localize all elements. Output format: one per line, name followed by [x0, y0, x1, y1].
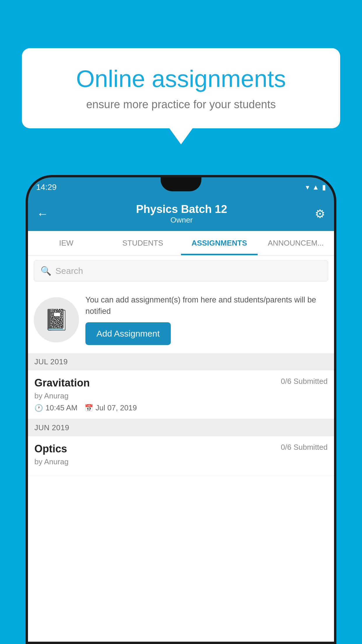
- search-bar[interactable]: 🔍 Search: [34, 260, 328, 281]
- tab-students[interactable]: STUDENTS: [105, 231, 181, 255]
- clock-icon: 🕐: [34, 404, 43, 412]
- assignment-name: Gravitation: [34, 377, 90, 389]
- speech-bubble-subtitle: ensure more practice for your students: [42, 98, 320, 111]
- batch-subtitle: Owner: [48, 216, 315, 225]
- status-icons: ▾ ▲ ▮: [306, 183, 326, 191]
- assignment-icon-circle: 📓: [34, 297, 79, 342]
- assignment-item-gravitation[interactable]: Gravitation 0/6 Submitted by Anurag 🕐 10…: [28, 370, 334, 419]
- status-time: 14:29: [36, 183, 57, 192]
- wifi-icon: ▾: [306, 183, 309, 191]
- app-header: ← Physics Batch 12 Owner ⚙: [28, 197, 334, 231]
- assignment-submitted-optics: 0/6 Submitted: [281, 443, 328, 452]
- add-assignment-description: You can add assignment(s) from here and …: [85, 294, 328, 317]
- assignment-by: by Anurag: [34, 391, 328, 400]
- signal-icon: ▲: [312, 183, 319, 191]
- section-header-jul: JUL 2019: [28, 353, 334, 370]
- batch-title: Physics Batch 12: [48, 203, 315, 216]
- speech-bubble-title: Online assignments: [42, 66, 320, 92]
- speech-bubble-card: Online assignments ensure more practice …: [22, 48, 340, 128]
- assignment-time: 🕐 10:45 AM: [34, 403, 78, 412]
- phone-content: 🔍 Search 📓 You can add assignment(s) fro…: [28, 256, 334, 644]
- search-bar-wrapper: 🔍 Search: [28, 256, 334, 286]
- section-header-jun: JUN 2019: [28, 419, 334, 436]
- assignment-item-optics[interactable]: Optics 0/6 Submitted by Anurag: [28, 436, 334, 476]
- assignment-date: 📅 Jul 07, 2019: [85, 403, 137, 412]
- tab-assignments[interactable]: ASSIGNMENTS: [181, 231, 258, 255]
- phone-frame: 14:29 ▾ ▲ ▮ ← Physics Batch 12 Owner ⚙ I…: [26, 175, 336, 644]
- search-icon: 🔍: [41, 266, 51, 276]
- add-assignment-button[interactable]: Add Assignment: [85, 322, 171, 345]
- tab-announcements[interactable]: ANNOUNCEM...: [258, 231, 334, 255]
- phone-notch: [161, 177, 201, 191]
- tabs-bar: IEW STUDENTS ASSIGNMENTS ANNOUNCEM...: [28, 231, 334, 256]
- add-assignment-area: 📓 You can add assignment(s) from here an…: [28, 286, 334, 353]
- assignment-submitted: 0/6 Submitted: [281, 377, 328, 386]
- battery-icon: ▮: [322, 183, 326, 191]
- assignment-item-top: Gravitation 0/6 Submitted: [34, 377, 328, 389]
- add-assignment-right: You can add assignment(s) from here and …: [85, 294, 328, 345]
- status-bar: 14:29 ▾ ▲ ▮: [28, 177, 334, 197]
- tab-iew[interactable]: IEW: [28, 231, 105, 255]
- assignment-item-top-optics: Optics 0/6 Submitted: [34, 443, 328, 455]
- calendar-icon: 📅: [85, 404, 93, 412]
- assignment-meta: 🕐 10:45 AM 📅 Jul 07, 2019: [34, 403, 328, 412]
- settings-icon[interactable]: ⚙: [315, 207, 325, 220]
- notebook-icon: 📓: [44, 308, 69, 332]
- back-button[interactable]: ←: [37, 207, 48, 220]
- header-title-area: Physics Batch 12 Owner: [48, 203, 315, 225]
- assignment-by-optics: by Anurag: [34, 457, 328, 466]
- assignment-name-optics: Optics: [34, 443, 67, 455]
- search-placeholder: Search: [55, 266, 83, 276]
